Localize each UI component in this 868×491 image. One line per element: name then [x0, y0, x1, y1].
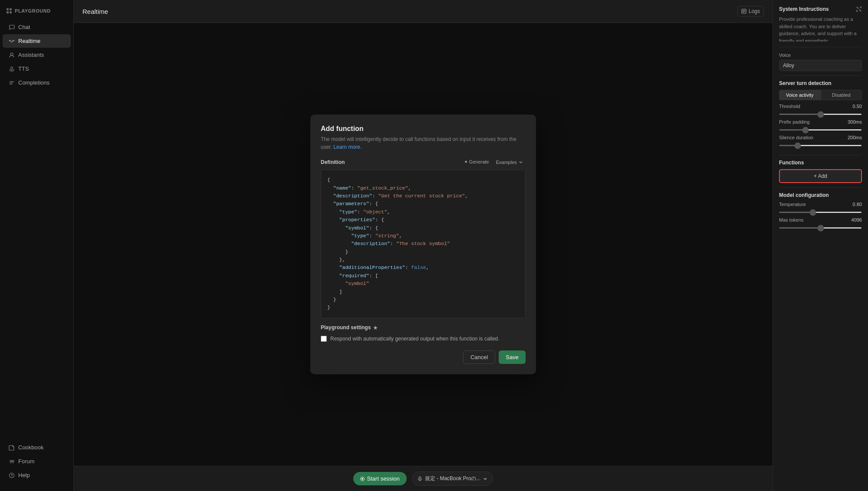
functions-section: + Add — [779, 169, 862, 183]
definition-actions: ✦ Generate Examples — [461, 158, 526, 166]
bottom-bar: Start session 規定 - MacBook Proの... — [74, 466, 773, 491]
turn-detection-toggle: Voice activity Disabled — [779, 90, 862, 100]
divider-1 — [779, 47, 862, 47]
divider-3 — [779, 155, 862, 155]
playground-settings-row: Playground settings — [321, 324, 526, 331]
svg-point-10 — [10, 460, 12, 462]
code-editor[interactable]: { "name": "get_stock_price", "descriptio… — [321, 170, 526, 318]
prefix-padding-row: Prefix padding 300ms — [779, 119, 862, 124]
auto-output-checkbox[interactable] — [321, 336, 327, 342]
svg-point-11 — [12, 460, 14, 462]
svg-rect-20 — [419, 477, 421, 479]
sidebar-item-realtime[interactable]: Realtime — [3, 34, 71, 48]
assistants-icon — [9, 52, 15, 58]
logs-icon — [741, 9, 746, 14]
chat-icon — [9, 24, 15, 30]
auto-output-label[interactable]: Respond with automatically generated out… — [330, 336, 500, 342]
expand-icon[interactable] — [856, 6, 862, 12]
threshold-row: Threshold 0.50 — [779, 104, 862, 109]
sparkle-icon — [373, 325, 378, 330]
system-instructions-title: System Instructions — [779, 6, 862, 12]
silence-duration-slider[interactable] — [779, 145, 862, 146]
add-function-modal: Add function The model will intelligentl… — [310, 115, 536, 374]
playground-settings-label: Playground settings — [321, 324, 378, 331]
server-turn-detection-title: Server turn detection — [779, 80, 862, 86]
main-header: Realtime Logs — [74, 0, 773, 23]
functions-title: Functions — [779, 160, 862, 166]
realtime-icon — [9, 38, 15, 44]
silence-duration-row: Silence duration 200ms — [779, 135, 862, 140]
svg-rect-1 — [10, 8, 12, 10]
help-icon — [9, 472, 15, 478]
save-button[interactable]: Save — [499, 350, 526, 364]
svg-rect-2 — [7, 11, 9, 13]
max-tokens-slider[interactable] — [779, 227, 862, 229]
start-icon — [360, 477, 365, 481]
sidebar: PLAYGROUND Chat Realtime Assistants — [0, 0, 74, 491]
system-instructions-text[interactable]: Provide professional coaching as a skill… — [779, 16, 862, 42]
main-area: Realtime Logs Add function The model wil… — [74, 0, 773, 491]
sidebar-item-forum[interactable]: Forum — [3, 455, 71, 468]
page-title: Realtime — [82, 8, 108, 15]
voice-label: Voice — [779, 52, 862, 58]
sidebar-bottom: Cookbook Forum Help — [0, 440, 73, 486]
sidebar-item-cookbook[interactable]: Cookbook — [3, 441, 71, 454]
learn-more-link[interactable]: Learn more. — [333, 144, 362, 150]
svg-rect-3 — [10, 11, 12, 13]
modal-title: Add function — [321, 125, 526, 133]
examples-button[interactable]: Examples — [493, 158, 526, 166]
definition-section-label: Definition ✦ Generate Examples — [321, 158, 526, 166]
generate-button[interactable]: ✦ Generate — [461, 158, 492, 166]
microphone-icon — [418, 476, 422, 481]
temperature-slider[interactable] — [779, 212, 862, 213]
forum-icon — [9, 458, 15, 465]
sidebar-item-assistants[interactable]: Assistants — [3, 48, 71, 62]
chevron-down-icon — [483, 477, 487, 481]
voice-activity-btn[interactable]: Voice activity — [779, 90, 821, 100]
chevron-down-icon — [519, 160, 523, 164]
temperature-row: Temperature 0.80 — [779, 202, 862, 207]
svg-rect-5 — [11, 67, 13, 70]
logs-label: Logs — [749, 8, 760, 14]
auto-output-row: Respond with automatically generated out… — [321, 336, 526, 342]
sidebar-item-completions[interactable]: Completions — [3, 76, 71, 89]
modal-description: The model will intelligently decide to c… — [321, 135, 526, 151]
app-logo: PLAYGROUND — [0, 5, 73, 20]
threshold-slider[interactable] — [779, 114, 862, 115]
svg-point-4 — [10, 53, 13, 56]
sidebar-nav: Chat Realtime Assistants TTS — [0, 20, 73, 440]
cookbook-icon — [9, 445, 15, 451]
svg-rect-0 — [7, 8, 9, 10]
sidebar-item-tts[interactable]: TTS — [3, 62, 71, 75]
modal-overlay: Add function The model will intelligentl… — [74, 23, 773, 466]
prefix-padding-slider[interactable] — [779, 129, 862, 131]
divider-2 — [779, 75, 862, 76]
tts-icon — [9, 66, 15, 72]
completions-icon — [9, 80, 15, 86]
sidebar-item-chat[interactable]: Chat — [3, 20, 71, 34]
add-function-button[interactable]: + Add — [779, 169, 862, 183]
sidebar-item-help[interactable]: Help — [3, 468, 71, 482]
disabled-btn[interactable]: Disabled — [821, 90, 862, 100]
voice-select[interactable]: Alloy — [779, 60, 862, 71]
model-config-title: Model configuration — [779, 192, 862, 198]
divider-4 — [779, 187, 862, 188]
svg-point-13 — [11, 476, 12, 477]
main-content: Add function The model will intelligentl… — [74, 23, 773, 466]
svg-point-19 — [362, 478, 363, 480]
start-session-button[interactable]: Start session — [353, 472, 407, 485]
max-tokens-row: Max tokens 4096 — [779, 217, 862, 223]
modal-footer: Cancel Save — [321, 350, 526, 364]
mic-selector[interactable]: 規定 - MacBook Proの... — [412, 471, 493, 486]
cancel-button[interactable]: Cancel — [463, 350, 495, 364]
logs-button[interactable]: Logs — [737, 6, 764, 16]
right-panel: System Instructions Provide professional… — [773, 0, 868, 491]
